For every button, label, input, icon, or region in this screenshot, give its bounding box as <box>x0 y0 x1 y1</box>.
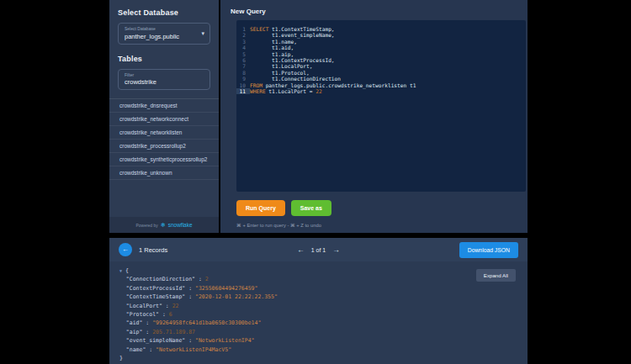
json-token: { <box>122 267 129 274</box>
powered-by-snowflake: Powered by ❄ snowflake <box>109 217 219 233</box>
code-line: 4 t1.aid, <box>236 45 526 50</box>
run-query-button[interactable]: Run Query <box>236 200 285 216</box>
code-line-text: WHERE t1.LocalPort = 22 <box>250 88 322 94</box>
line-number: 3 <box>236 39 250 45</box>
json-line: "Protocol" : 6 <box>119 310 278 319</box>
code-token: FROM <box>250 82 262 88</box>
code-token: WHERE <box>250 88 266 94</box>
json-line: "ContextTimeStamp" : "2020-12-01 22:22:2… <box>119 293 278 301</box>
save-as-button[interactable]: Save as <box>291 200 331 216</box>
screen: Select Database Select Database panther_… <box>0 0 631 364</box>
json-token: "name" <box>119 346 146 353</box>
table-list-item[interactable]: crowdstrike_unknown <box>109 166 219 180</box>
json-token: : <box>162 303 172 309</box>
json-token: : <box>185 293 195 300</box>
code-line: 5 t1.aip, <box>236 51 526 57</box>
line-number: 10 <box>236 82 250 88</box>
code-line: 9 t1.ConnectionDirection <box>236 76 526 82</box>
code-line-text: t1.name, <box>250 39 297 45</box>
code-line: 3 t1.name, <box>236 39 526 45</box>
json-token: "LocalPort" <box>119 303 162 309</box>
code-line: 1SELECT t1.ContextTimeStamp, <box>236 26 526 32</box>
line-number: 2 <box>236 32 250 38</box>
table-filter-value: crowdstrike <box>125 78 204 86</box>
json-token: "99264958fc641d1ba0650c30300be14" <box>152 319 261 326</box>
json-token: "ContextTimeStamp" <box>119 293 185 300</box>
code-token: t1.ConnectionDirection <box>250 76 341 82</box>
json-line: "aid" : "99264958fc641d1ba0650c30300be14… <box>119 319 278 327</box>
code-line: 2 t1.event_simpleName, <box>236 32 526 38</box>
results-body: Expand All ▼ { "ConnectionDirection" : 2… <box>109 261 528 364</box>
table-list-item[interactable]: crowdstrike_networkconnect <box>109 113 219 126</box>
snowflake-icon: ❄ <box>161 222 166 228</box>
code-line: 10FROM panther_logs.public.crowdstrike_n… <box>236 82 526 88</box>
next-page-icon[interactable]: → <box>332 245 340 254</box>
line-number: 5 <box>236 51 250 57</box>
sql-editor[interactable]: 1SELECT t1.ContextTimeStamp,2 t1.event_s… <box>236 20 526 192</box>
results-header: ← 1 Records ← 1 of 1 → Download JSON <box>109 238 528 261</box>
code-line: 6 t1.ContextProcessId, <box>236 57 526 63</box>
code-token: panther_logs.public.crowdstrike_networkl… <box>262 82 416 88</box>
code-token: t1.ContextProcessId, <box>250 57 335 63</box>
json-token: "aip" <box>119 329 142 335</box>
chevron-down-icon: ▾ <box>201 29 204 36</box>
code-line: 8 t1.Protocol, <box>236 70 526 76</box>
line-number: 4 <box>236 45 250 50</box>
code-token: t1.LocalPort = <box>266 88 316 94</box>
code-token: t1.event_simpleName, <box>250 32 335 38</box>
json-token: 22 <box>172 303 179 309</box>
records-count-label: 1 Records <box>139 246 167 254</box>
pagination: ← 1 of 1 → <box>297 245 340 254</box>
code-token: t1.Protocol, <box>250 70 310 76</box>
database-select-label: Select Database <box>125 26 204 31</box>
select-database-title: Select Database <box>118 8 210 17</box>
code-line-text: t1.aip, <box>250 51 294 57</box>
json-line: ▼ { <box>119 266 278 275</box>
prev-page-icon[interactable]: ← <box>297 245 305 254</box>
code-line-text: t1.ContextProcessId, <box>250 57 335 63</box>
expand-all-button[interactable]: Expand All <box>476 269 516 282</box>
tables-list: crowdstrike_dnsrequestcrowdstrike_networ… <box>109 98 219 180</box>
sql-editor-lines: 1SELECT t1.ContextTimeStamp,2 t1.event_s… <box>236 26 526 94</box>
json-line: } <box>119 354 278 362</box>
new-query-title: New Query <box>231 8 266 15</box>
data-explorer-app: Select Database Select Database panther_… <box>109 0 528 364</box>
line-number: 11 <box>236 88 250 94</box>
code-line-text: FROM panther_logs.public.crowdstrike_net… <box>250 82 416 88</box>
database-sidebar: Select Database Select Database panther_… <box>109 0 219 233</box>
table-list-item[interactable]: crowdstrike_networklisten <box>109 126 219 140</box>
query-actions: Run Query Save as <box>236 200 331 216</box>
code-line-text: t1.LocalPort, <box>250 63 313 69</box>
code-token: t1.LocalPort, <box>250 63 313 69</box>
json-token: : <box>185 285 195 292</box>
back-button[interactable]: ← <box>119 243 132 256</box>
table-list-item[interactable]: crowdstrike_syntheticprocessrollup2 <box>109 153 219 166</box>
database-select[interactable]: Select Database panther_logs.public ▾ <box>118 23 210 45</box>
database-select-value: panther_logs.public <box>125 33 204 40</box>
json-token: : <box>142 319 152 326</box>
line-number: 9 <box>236 76 250 82</box>
tables-title: Tables <box>118 55 210 63</box>
code-line-text: t1.Protocol, <box>250 70 310 76</box>
table-list-item[interactable]: crowdstrike_processrollup2 <box>109 140 219 153</box>
table-filter-input[interactable]: Filter crowdstrike <box>118 69 210 91</box>
json-token: : <box>142 329 152 335</box>
json-line: "aip" : 205.71.189.87 <box>119 328 278 336</box>
download-json-button[interactable]: Download JSON <box>459 242 518 258</box>
json-token: "NetworkListenIP4" <box>195 337 254 344</box>
table-list-item[interactable]: crowdstrike_dnsrequest <box>109 99 219 113</box>
code-line-text: SELECT t1.ContextTimeStamp, <box>250 26 335 32</box>
json-token: "ContextProcessId" <box>119 285 185 292</box>
json-token: "aid" <box>119 319 142 326</box>
line-number: 7 <box>236 63 250 69</box>
code-line: 7 t1.LocalPort, <box>236 63 526 69</box>
json-line: "event_simpleName" : "NetworkListenIP4" <box>119 336 278 345</box>
line-number: 1 <box>236 26 250 32</box>
json-line: "name" : "NetworkListenIP4MacV5" <box>119 346 278 354</box>
code-token: t1.aid, <box>250 45 294 50</box>
json-token: : <box>195 276 205 282</box>
json-token: "ConnectionDirection" <box>119 276 195 282</box>
code-token: 22 <box>316 88 321 94</box>
json-token: : <box>159 311 169 318</box>
json-token: "NetworkListenIP4MacV5" <box>156 346 231 353</box>
